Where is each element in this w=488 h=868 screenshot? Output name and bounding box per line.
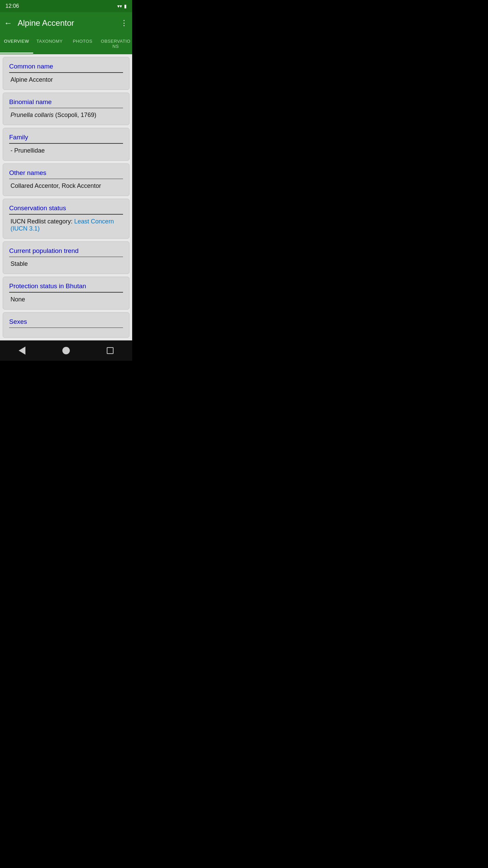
tab-taxonomy[interactable]: TAXONOMY	[33, 34, 66, 54]
card-protection-status: Protection status in Bhutan None	[3, 277, 129, 310]
value-population-trend: Stable	[9, 260, 123, 268]
label-other-names: Other names	[9, 169, 123, 177]
card-population-trend: Current population trend Stable	[3, 241, 129, 274]
card-other-names: Other names Collared Accentor, Rock Acce…	[3, 163, 129, 196]
value-other-names: Collared Accentor, Rock Accentor	[9, 182, 123, 190]
card-family: Family - Prunellidae	[3, 128, 129, 161]
card-conservation-status: Conservation status IUCN Redlist categor…	[3, 199, 129, 239]
divider-population-trend	[9, 257, 123, 257]
nav-back-button[interactable]	[15, 344, 29, 357]
label-sexes: Sexes	[9, 318, 123, 326]
value-binomial-name: Prunella collaris (Scopoli, 1769)	[9, 112, 123, 119]
value-family: - Prunellidae	[9, 147, 123, 154]
card-sexes: Sexes	[3, 312, 129, 338]
binomial-italic: Prunella collaris	[11, 112, 54, 118]
label-protection-status: Protection status in Bhutan	[9, 282, 123, 290]
home-circle-icon	[62, 347, 70, 354]
page-title: Alpine Accentor	[18, 18, 120, 28]
tabs: OVERVIEW TAXONOMY PHOTOS OBSERVATIONS	[0, 34, 132, 54]
label-conservation-status: Conservation status	[9, 204, 123, 212]
tab-overview[interactable]: OVERVIEW	[0, 34, 33, 54]
divider-binomial-name	[9, 108, 123, 108]
nav-home-button[interactable]	[59, 344, 73, 357]
status-bar: 12:06 ▾▾ ▮	[0, 0, 132, 12]
tab-observations[interactable]: OBSERVATIONS	[99, 34, 133, 54]
label-binomial-name: Binomial name	[9, 98, 123, 106]
tab-photos[interactable]: PHOTOS	[66, 34, 99, 54]
battery-icon: ▮	[124, 3, 127, 9]
divider-other-names	[9, 179, 123, 179]
back-triangle-icon	[19, 347, 25, 355]
divider-protection-status	[9, 292, 123, 293]
bottom-nav	[0, 340, 132, 361]
card-binomial-name: Binomial name Prunella collaris (Scopoli…	[3, 93, 129, 125]
value-conservation-status: IUCN Redlist category: Least Concern (IU…	[9, 218, 123, 232]
divider-sexes	[9, 328, 123, 328]
content-area: Common name Alpine Accentor Binomial nam…	[0, 54, 132, 340]
value-common-name: Alpine Accentor	[9, 76, 123, 83]
label-population-trend: Current population trend	[9, 247, 123, 255]
back-button[interactable]: ←	[4, 18, 12, 28]
status-icons: ▾▾ ▮	[117, 3, 127, 9]
card-common-name: Common name Alpine Accentor	[3, 57, 129, 90]
recent-square-icon	[107, 347, 114, 354]
conservation-prefix: IUCN Redlist category:	[11, 218, 74, 225]
value-protection-status: None	[9, 296, 123, 303]
divider-family	[9, 143, 123, 144]
nav-recent-button[interactable]	[103, 344, 117, 357]
divider-common-name	[9, 72, 123, 73]
label-common-name: Common name	[9, 63, 123, 70]
app-bar: ← Alpine Accentor ⋮	[0, 12, 132, 34]
menu-button[interactable]: ⋮	[120, 19, 128, 27]
divider-conservation-status	[9, 214, 123, 215]
binomial-author: (Scopoli, 1769)	[55, 112, 96, 118]
label-family: Family	[9, 134, 123, 141]
wifi-icon: ▾▾	[117, 3, 122, 9]
status-time: 12:06	[5, 3, 19, 9]
